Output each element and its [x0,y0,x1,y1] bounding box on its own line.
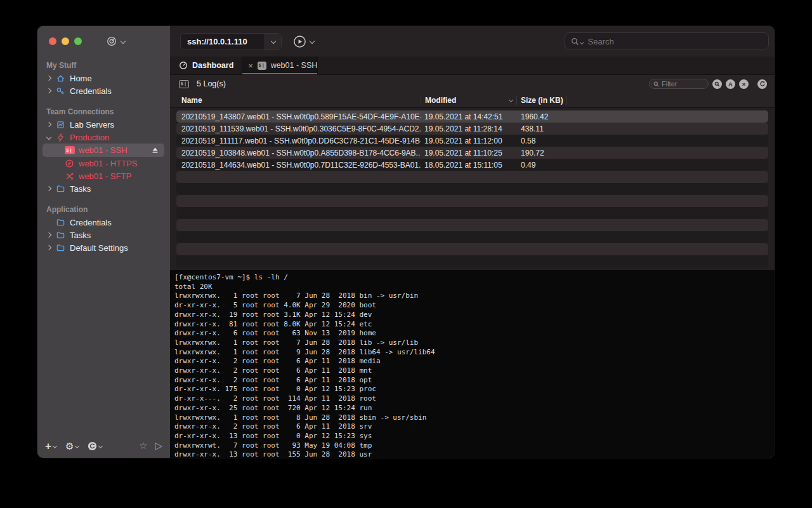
connect-options-chevron[interactable] [310,39,315,44]
table-row[interactable]: 20210519_143807.web01 - SSH.w0t0p0.589F1… [176,110,768,123]
zoom-search-button[interactable] [712,79,722,89]
chevron-down-icon [75,443,79,448]
disconnect-eject-button[interactable] [151,146,159,154]
terminal-line: dr-xr-xr-x. 175 root root 0 Apr 12 15:23… [174,385,775,394]
sidebar-item-home[interactable]: Home [37,72,170,84]
chevron-right-icon[interactable] [46,76,51,81]
terminal-line: drwxr-xr-x. 6 root root 63 Nov 13 2019 h… [174,329,775,338]
chevron-right-icon[interactable] [46,245,51,250]
compass-icon [64,158,75,169]
zoom-window-button[interactable] [74,37,82,45]
terminal-line: dr-xr-xr-x. 5 root root 4.0K Apr 29 2020… [174,301,775,311]
window-titlebar [37,26,170,57]
add-button[interactable]: + [45,441,56,451]
run-button[interactable]: ▷ [155,440,162,451]
refresh-button[interactable] [757,79,767,89]
folder-icon [55,217,66,228]
table-empty-row [176,195,768,207]
lab-servers-icon [55,119,66,130]
table-empty-row [176,183,768,195]
search-icon [571,37,579,46]
table-row[interactable]: 20210519_111539.web01 - SSH.w0t0p0.3036C… [176,123,768,135]
transfer-arrows-icon [64,171,75,182]
search-field[interactable] [565,32,769,50]
terminal-line: dr-xr-x---. 2 root root 114 Apr 11 2018 … [174,394,775,404]
settings-button[interactable]: ⚙ [65,441,79,451]
font-button[interactable]: A [726,79,735,89]
terminal-line: drwxr-xr-x. 2 root root 6 Apr 11 2018 mn… [174,366,775,376]
column-header-name[interactable]: Name [170,96,421,105]
sidebar-footer: + ⚙ ☆ ▷ [37,438,170,458]
clear-button[interactable]: × [739,79,749,89]
address-dropdown-button[interactable] [265,34,281,50]
sidebar-item-production[interactable]: Production [37,131,170,144]
filter-field[interactable] [649,79,709,89]
chevron-right-icon[interactable] [46,88,51,93]
section-application: Application [37,203,170,216]
table-empty-row [176,255,768,267]
folder-icon [55,243,66,253]
sidebar-item-app-tasks[interactable]: Tasks [37,229,170,241]
tab-web01-ssh[interactable]: × $| web01 - SSH [242,57,318,74]
terminal-line: lrwxrwxrwx. 1 root root 7 Jun 28 2018 li… [174,338,775,348]
search-icon [653,81,659,87]
chevron-right-icon[interactable] [46,186,51,191]
connect-target-button[interactable] [106,36,125,47]
sync-button[interactable] [88,441,102,451]
sidebar: My Stuff Home Credentials Team Connectio… [37,26,170,458]
refresh-icon [759,81,766,87]
ssh-terminal[interactable]: [fx@centos7-vm ~]$ ls -lh / total 20K lr… [170,270,775,458]
terminal-line: drwxr-xr-x. 2 root root 6 Apr 11 2018 sr… [174,422,775,432]
logs-table-header: Name Modified Size (in KB) [170,93,775,108]
column-header-modified[interactable]: Modified [421,96,517,105]
column-header-size[interactable]: Size (in KB) [517,96,566,105]
plus-icon: + [45,441,51,451]
lightning-bolt-icon [55,132,66,143]
table-empty-row [176,207,768,219]
address-value[interactable]: ssh://10.0.1.110 [181,37,265,46]
chevron-right-icon[interactable] [46,232,51,237]
close-window-button[interactable] [49,37,56,45]
minimize-window-button[interactable] [62,37,69,45]
search-scope-chevron[interactable] [580,40,584,44]
sidebar-navigation: My Stuff Home Credentials Team Connectio… [37,57,170,438]
play-circle-icon [293,35,306,48]
chevron-down-icon[interactable] [46,135,51,140]
connect-play-button[interactable] [293,35,306,48]
folder-icon [55,184,66,194]
sidebar-item-web01-ssh[interactable]: $| web01 - SSH [43,144,164,157]
main-panel: ssh://10.0.1.110 [170,26,775,458]
sidebar-item-default-settings[interactable]: Default Settings [37,241,170,254]
terminal-line: drwxr-xr-x. 19 root root 3.1K Apr 12 15:… [174,311,775,320]
filter-input[interactable] [662,80,704,88]
logs-count-label: 5 Log(s) [197,79,226,88]
tab-dashboard[interactable]: Dashboard [170,57,242,74]
target-icon [106,36,117,47]
section-team-connections: Team Connections [37,105,170,118]
table-empty-row [176,171,768,183]
sync-icon [88,441,97,451]
sidebar-item-tasks[interactable]: Tasks [37,182,170,195]
logs-table: 20210519_143807.web01 - SSH.w0t0p0.589F1… [170,108,775,270]
logs-toolbar: $| 5 Log(s) A × [170,75,775,93]
key-icon [55,86,66,97]
close-tab-icon[interactable]: × [248,62,253,70]
table-row[interactable]: 20210519_103848.web01 - SSH.w0t0p0.A855D… [176,147,768,159]
search-input[interactable] [588,37,763,46]
terminal-line: lrwxrwxrwx. 1 root root 9 Jun 28 2018 li… [174,348,775,358]
terminal-badge-icon: $| [64,145,75,156]
app-window: My Stuff Home Credentials Team Connectio… [37,25,775,458]
terminal-line: dr-xr-xr-x. 13 root root 0 Apr 12 15:23 … [174,432,775,441]
sidebar-item-app-credentials[interactable]: Credentials [37,216,170,229]
sidebar-item-credentials[interactable]: Credentials [37,84,170,97]
table-empty-row [176,231,768,243]
table-row[interactable]: 20210518_144634.web01 - SSH.w0t0p0.7D11C… [176,159,768,171]
sidebar-item-lab-servers[interactable]: Lab Servers [37,118,170,131]
sidebar-item-web01-sftp[interactable]: web01 - SFTP [37,170,170,182]
terminal-line: drwxr-xr-x. 13 root root 155 Jun 28 2018… [174,450,775,458]
chevron-right-icon[interactable] [46,122,51,127]
table-row[interactable]: 20210519_111117.web01 - SSH.w0t0p0.DD6C3… [176,135,768,147]
sidebar-item-web01-https[interactable]: web01 - HTTPS [37,157,170,170]
address-combobox[interactable]: ssh://10.0.1.110 [180,33,282,50]
favorite-star-button[interactable]: ☆ [139,440,147,451]
